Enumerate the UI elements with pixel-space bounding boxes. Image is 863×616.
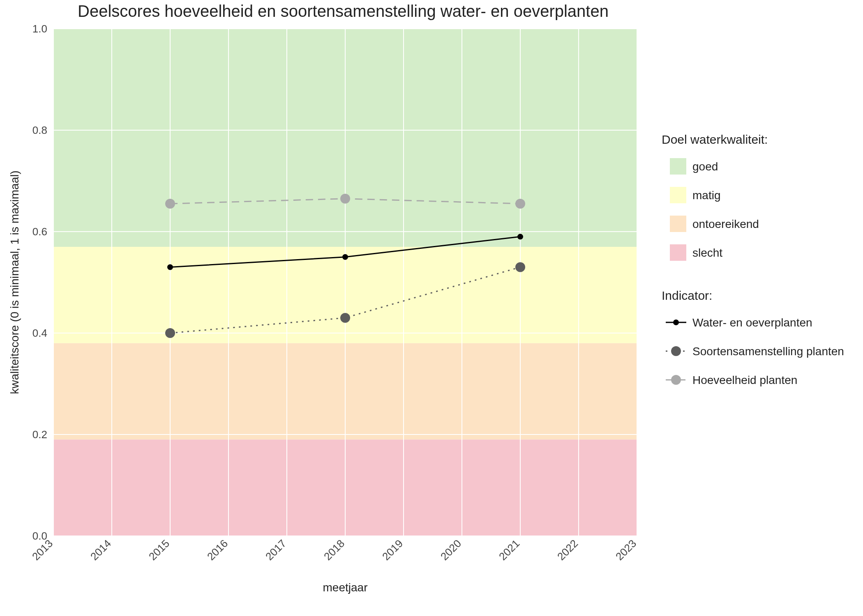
legend-quality-item: goed xyxy=(692,160,718,173)
x-tick-label: 2014 xyxy=(88,537,113,563)
chart-container: Deelscores hoeveelheid en soortensamenst… xyxy=(0,0,863,616)
legend-indicator-item: Water- en oeverplanten xyxy=(692,316,812,329)
legend-indicator-title: Indicator: xyxy=(662,289,712,302)
x-tick-label: 2017 xyxy=(263,537,288,563)
series-point xyxy=(342,254,348,260)
y-tick-label: 0.0 xyxy=(32,530,47,542)
legend-quality-item: slecht xyxy=(692,246,722,259)
x-tick-label: 2016 xyxy=(205,537,230,563)
legend-point-sample xyxy=(673,319,679,325)
series-point xyxy=(517,234,523,239)
series-point xyxy=(165,199,175,209)
legend-indicator-item: Hoeveelheid planten xyxy=(692,374,797,386)
x-tick-label: 2019 xyxy=(380,537,405,563)
legend-swatch xyxy=(670,187,686,203)
legend-indicator-item: Soortensamenstelling planten xyxy=(692,345,844,358)
x-tick-label: 2020 xyxy=(438,537,464,563)
x-tick-label: 2018 xyxy=(321,537,347,563)
x-tick-label: 2015 xyxy=(146,537,172,563)
series-point xyxy=(167,264,173,270)
x-tick-label: 2021 xyxy=(496,537,522,563)
x-tick-label: 2022 xyxy=(555,537,580,563)
legend-quality-item: matig xyxy=(692,189,720,202)
y-tick-label: 0.8 xyxy=(32,124,47,136)
series-point xyxy=(515,199,525,209)
x-axis-label: meetjaar xyxy=(323,581,368,594)
series-point xyxy=(340,194,350,204)
legend-swatch xyxy=(670,216,686,232)
chart-svg: 2013201420152016201720182019202020212022… xyxy=(0,0,863,616)
legend-quality-item: ontoereikend xyxy=(692,218,759,230)
legend-quality-title: Doel waterkwaliteit: xyxy=(662,133,768,146)
legend-swatch xyxy=(670,244,686,261)
y-tick-label: 0.2 xyxy=(32,428,47,441)
y-tick-label: 0.4 xyxy=(32,327,47,339)
series-point xyxy=(340,313,350,323)
series-point xyxy=(515,262,525,272)
y-tick-label: 0.6 xyxy=(32,225,47,238)
legend-point-sample xyxy=(671,346,681,356)
x-tick-label: 2023 xyxy=(613,537,639,563)
y-tick-label: 1.0 xyxy=(32,23,47,35)
legend-swatch xyxy=(670,158,686,175)
legend-point-sample xyxy=(671,375,681,385)
y-axis-label: kwaliteitscore (0 is minimaal, 1 is maxi… xyxy=(8,170,21,394)
series-point xyxy=(165,328,175,338)
